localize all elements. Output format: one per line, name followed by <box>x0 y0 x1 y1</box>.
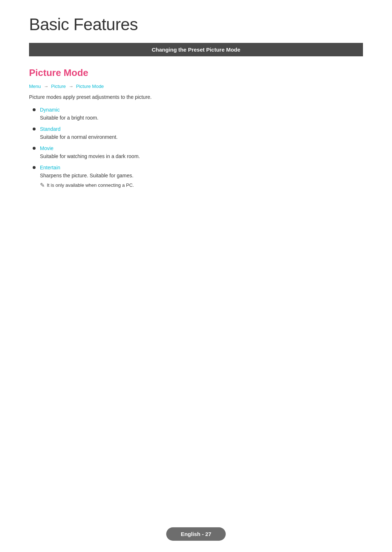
bullet-movie <box>33 147 36 150</box>
list-container: Dynamic Suitable for a bright room. Stan… <box>33 107 363 189</box>
item-desc-dynamic: Suitable for a bright room. <box>40 114 363 122</box>
bullet-entertain <box>33 166 36 169</box>
item-desc-standard: Suitable for a normal environment. <box>40 133 363 141</box>
list-item-entertain-header: Entertain <box>33 165 363 170</box>
footer: English - 27 <box>166 531 226 537</box>
breadcrumb-part3: Picture Mode <box>76 84 104 89</box>
section-header: Changing the Preset Picture Mode <box>29 43 363 56</box>
breadcrumb-part2: Picture <box>51 84 66 89</box>
item-desc-movie: Suitable for watching movies in a dark r… <box>40 153 363 160</box>
breadcrumb: Menu → Picture → Picture Mode <box>29 84 363 89</box>
note-text-entertain: It is only available when connecting a P… <box>47 182 134 189</box>
page-title: Basic Features <box>29 15 363 34</box>
bullet-standard <box>33 128 36 130</box>
footer-badge: English - 27 <box>166 527 226 541</box>
item-title-standard: Standard <box>40 126 61 132</box>
main-description: Picture modes apply preset adjustments t… <box>29 93 363 101</box>
breadcrumb-arrow1: → <box>44 84 48 89</box>
item-desc-entertain: Sharpens the picture. Suitable for games… <box>40 172 363 180</box>
breadcrumb-part1: Menu <box>29 84 41 89</box>
page-container: Basic Features Changing the Preset Pictu… <box>0 0 392 552</box>
breadcrumb-arrow2: → <box>69 84 73 89</box>
note-container-entertain: ✎ It is only available when connecting a… <box>40 182 363 189</box>
note-icon: ✎ <box>40 182 45 189</box>
item-title-movie: Movie <box>40 145 53 151</box>
section-title: Picture Mode <box>29 67 363 78</box>
item-title-dynamic: Dynamic <box>40 107 60 113</box>
list-item-movie-header: Movie <box>33 145 363 151</box>
bullet-dynamic <box>33 108 36 111</box>
item-title-entertain: Entertain <box>40 165 60 170</box>
list-item-movie: Movie Suitable for watching movies in a … <box>33 145 363 160</box>
list-item-dynamic-header: Dynamic <box>33 107 363 113</box>
list-item-entertain: Entertain Sharpens the picture. Suitable… <box>33 165 363 189</box>
section-header-text: Changing the Preset Picture Mode <box>152 47 240 53</box>
list-item-dynamic: Dynamic Suitable for a bright room. <box>33 107 363 122</box>
list-item-standard: Standard Suitable for a normal environme… <box>33 126 363 141</box>
list-item-standard-header: Standard <box>33 126 363 132</box>
